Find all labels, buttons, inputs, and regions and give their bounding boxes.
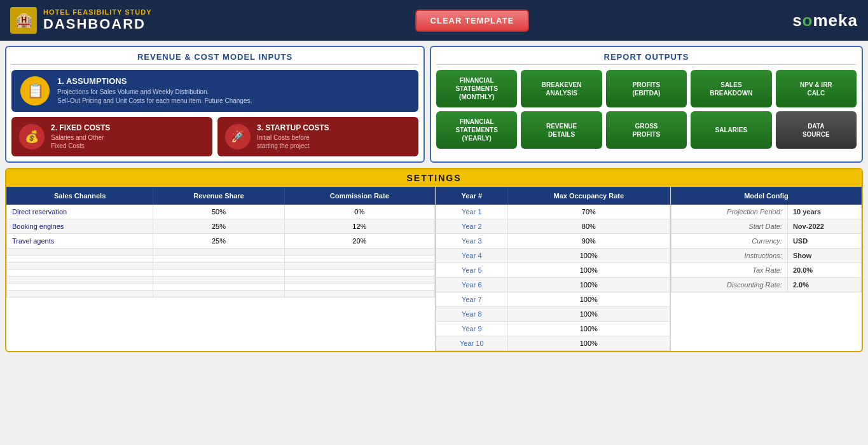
config-value-0[interactable]: 10 years	[787, 205, 861, 219]
col-sales-channels: Sales Channels	[7, 188, 153, 205]
sales-table-row	[7, 291, 435, 298]
config-label-2: Currency:	[672, 234, 788, 249]
report-btn-7[interactable]: GROSS PROFITS	[606, 111, 687, 149]
config-value-1[interactable]: Nov-2022	[787, 219, 861, 234]
sales-cell-3-2	[284, 249, 434, 256]
header: 🏨 HOTEL FEASIBILITY STUDY DASHBOARD CLEA…	[0, 0, 868, 41]
report-btn-3[interactable]: SALES BREAKDOWN	[691, 70, 771, 107]
config-label-4: Tax Rate:	[672, 263, 788, 278]
config-value-4[interactable]: 20.0%	[787, 263, 861, 278]
year-cell-7-0[interactable]: Year 8	[436, 307, 508, 322]
year-occupancy-table: Year # Max Occupancy Rate Year 170%Year …	[436, 187, 670, 351]
config-label-1: Start Date:	[672, 219, 788, 234]
sales-table-row: Booking engines25%12%	[7, 219, 435, 234]
report-btn-4[interactable]: NPV & IRR CALC	[776, 70, 857, 107]
startup-costs-line2: starting the project	[257, 142, 329, 150]
config-value-5[interactable]: 2.0%	[787, 278, 861, 292]
sales-cell-8-1	[153, 284, 284, 291]
col-commission-rate: Commission Rate	[284, 188, 434, 205]
year-cell-8-0[interactable]: Year 9	[436, 322, 508, 336]
sales-cell-9-2	[284, 291, 434, 298]
year-cell-5-0[interactable]: Year 6	[436, 278, 508, 292]
report-btn-2[interactable]: PROFITS (EBITDA)	[606, 70, 687, 107]
year-cell-0-1: 70%	[507, 205, 670, 219]
sales-cell-4-2	[284, 256, 434, 263]
year-cell-4-0[interactable]: Year 5	[436, 263, 508, 278]
clear-template-button[interactable]: CLEAR TEMPLATE	[415, 10, 529, 32]
year-cell-2-0[interactable]: Year 3	[436, 234, 508, 249]
sales-cell-1-2: 12%	[284, 219, 434, 234]
year-cell-2-1: 90%	[507, 234, 670, 249]
logo-text: someka	[792, 11, 858, 30]
settings-title: SETTINGS	[6, 169, 862, 187]
config-value-3[interactable]: Show	[787, 249, 861, 263]
settings-section: SETTINGS Sales Channels Revenue Share Co…	[5, 168, 863, 352]
report-btn-9[interactable]: DATA SOURCE	[776, 111, 857, 149]
sales-table-row: Travel agents25%20%	[7, 234, 435, 249]
sales-cell-5-1	[153, 263, 284, 270]
assumptions-card[interactable]: 📋 1. ASSUMPTIONS Projections for Sales V…	[11, 70, 418, 112]
sales-cell-2-0[interactable]: Travel agents	[7, 234, 153, 249]
sales-cell-2-1: 25%	[153, 234, 284, 249]
sales-cell-5-0	[7, 263, 153, 270]
year-table-row: Year 7100%	[436, 292, 670, 307]
year-cell-4-1: 100%	[507, 263, 670, 278]
sales-table-row	[7, 284, 435, 291]
sales-cell-7-1	[153, 277, 284, 284]
model-config-wrap: Model Config Projection Period:10 yearsS…	[671, 187, 862, 351]
year-cell-9-0[interactable]: Year 10	[436, 336, 508, 351]
report-btn-8[interactable]: SALARIES	[691, 111, 771, 149]
sales-cell-6-2	[284, 270, 434, 277]
year-table-row: Year 170%	[436, 205, 670, 219]
report-btn-1[interactable]: BREAKEVEN ANALYSIS	[521, 70, 602, 107]
fixed-costs-icon: 💰	[19, 124, 45, 149]
sales-table-header-row: Sales Channels Revenue Share Commission …	[7, 188, 435, 205]
year-table-row: Year 8100%	[436, 307, 670, 322]
fixed-costs-title: 2. FIXED COSTS	[51, 123, 110, 132]
config-value-2[interactable]: USD	[787, 234, 861, 249]
header-subtitle: HOTEL FEASIBILITY STUDY	[43, 8, 152, 16]
sales-cell-0-0[interactable]: Direct reservation	[7, 205, 153, 219]
year-table-row: Year 4100%	[436, 249, 670, 263]
sales-cell-7-2	[284, 277, 434, 284]
year-cell-0-0[interactable]: Year 1	[436, 205, 508, 219]
year-cell-6-0[interactable]: Year 7	[436, 292, 508, 307]
sales-table-row	[7, 277, 435, 284]
model-config-table: Model Config Projection Period:10 yearsS…	[671, 187, 862, 292]
sales-cell-1-0[interactable]: Booking engines	[7, 219, 153, 234]
startup-costs-card[interactable]: 🚀 3. STARTUP COSTS Initial Costs before …	[217, 117, 418, 156]
sales-table-row	[7, 263, 435, 270]
fixed-costs-line1: Salaries and Other	[51, 134, 110, 142]
report-btn-0[interactable]: FINANCIAL STATEMENTS (MONTHLY)	[436, 70, 517, 107]
year-cell-6-1: 100%	[507, 292, 670, 307]
config-label-3: Instructions:	[672, 249, 788, 263]
sales-cell-4-0	[7, 256, 153, 263]
main-content: REVENUE & COST MODEL INPUTS 📋 1. ASSUMPT…	[0, 41, 868, 357]
config-table-row: Discounting Rate:2.0%	[672, 278, 862, 292]
fixed-costs-card[interactable]: 💰 2. FIXED COSTS Salaries and Other Fixe…	[11, 117, 212, 156]
year-table-header-row: Year # Max Occupancy Rate	[436, 188, 670, 205]
year-table-row: Year 9100%	[436, 322, 670, 336]
year-cell-3-0[interactable]: Year 4	[436, 249, 508, 263]
sales-cell-4-1	[153, 256, 284, 263]
col-revenue-share: Revenue Share	[153, 188, 284, 205]
col-model-config: Model Config	[672, 188, 862, 205]
year-cell-1-0[interactable]: Year 2	[436, 219, 508, 234]
assumptions-text: 1. ASSUMPTIONS Projections for Sales Vol…	[57, 76, 252, 106]
startup-costs-icon: 🚀	[225, 124, 251, 149]
fixed-costs-text: 2. FIXED COSTS Salaries and Other Fixed …	[51, 123, 110, 150]
config-table-row: Start Date:Nov-2022	[672, 219, 862, 234]
report-btn-5[interactable]: FINANCIAL STATEMENTS (YEARLY)	[436, 111, 517, 149]
sales-channels-table: Sales Channels Revenue Share Commission …	[6, 187, 435, 298]
assumptions-line2: Sell-Out Pricing and Unit Costs for each…	[57, 97, 252, 106]
col-year: Year #	[436, 188, 508, 205]
sales-cell-7-0	[7, 277, 153, 284]
sales-table-row	[7, 256, 435, 263]
year-occupancy-table-wrap: Year # Max Occupancy Rate Year 170%Year …	[436, 187, 671, 351]
year-table-row: Year 10100%	[436, 336, 670, 351]
header-title-block: HOTEL FEASIBILITY STUDY DASHBOARD	[43, 8, 152, 32]
year-cell-9-1: 100%	[507, 336, 670, 351]
year-table-row: Year 390%	[436, 234, 670, 249]
year-cell-7-1: 100%	[507, 307, 670, 322]
report-btn-6[interactable]: REVENUE DETAILS	[521, 111, 602, 149]
